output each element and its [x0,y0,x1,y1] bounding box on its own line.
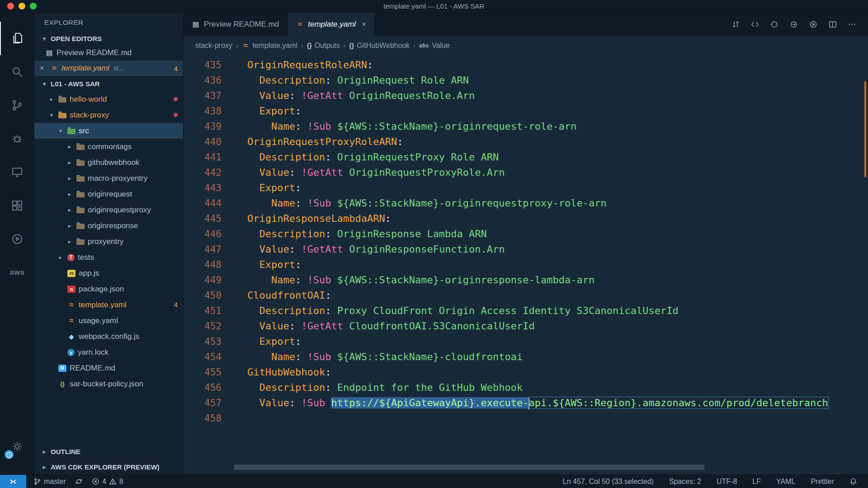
tree-item-originrequestproxy[interactable]: ▸originrequestproxy [34,202,183,218]
breadcrumb-githubwebhook[interactable]: {}GitHubWebhook [349,42,410,50]
tree-item-proxyentry[interactable]: ▸proxyentry [34,234,183,249]
more-actions-icon[interactable] [844,17,860,32]
sync-button[interactable] [73,475,85,488]
code-lines[interactable]: OriginRequestRoleARN: Description: Origi… [222,57,868,474]
clock-badge-icon[interactable] [4,449,14,460]
cursor-position[interactable]: Ln 457, Col 50 (33 selected) [561,475,656,488]
tree-item-template.yaml[interactable]: ≈template.yaml4 [34,297,183,313]
open-editors-header[interactable]: ▾ OPEN EDITORS [34,32,183,45]
breadcrumb-outputs[interactable]: {}Outputs [307,42,340,50]
problems-indicator[interactable]: 4 8 [90,475,125,488]
sam-yaml-icon: ≈ [241,42,250,49]
horizontal-scrollbar[interactable] [234,465,704,470]
code-line[interactable]: Name: !Sub ${AWS::StackName}-cloudfronto… [247,349,868,365]
git-branch-indicator[interactable]: master [32,475,68,488]
activity-source-control[interactable] [0,89,34,122]
tree-item-usage.yaml[interactable]: ≈usage.yaml [34,313,183,328]
indentation-indicator[interactable]: Spaces: 2 [667,475,703,488]
tree-item-tests[interactable]: ▸Ttests [34,249,183,265]
code-line[interactable]: Value: !GetAtt OriginRequestRole.Arn [247,88,868,103]
tree-item-webpack.config.js[interactable]: ◆webpack.config.js [34,328,183,344]
tree-item-macro-proxyentry[interactable]: ▸macro-proxyentry [34,170,183,186]
tree-item-label: stack-proxy [70,111,109,120]
maximize-window-button[interactable] [30,3,37,9]
activity-explorer[interactable] [0,22,34,55]
open-editor-template-yaml[interactable]: × ≈ template.yaml st... 4 [34,61,183,76]
open-changes-icon[interactable] [728,17,743,32]
tree-item-stack-proxy[interactable]: ▾stack-proxy [34,107,183,123]
aws-cdk-explorer-header[interactable]: ▸ AWS CDK EXPLORER (PREVIEW) [34,459,183,474]
code-line[interactable]: Value: !GetAtt CloudfrontOAI.S3Canonical… [247,319,868,334]
tree-item-sar-bucket-policy.json[interactable]: {}sar-bucket-policy.json [34,376,183,392]
tree-item-app.js[interactable]: JSapp.js [34,265,183,281]
breadcrumb-file[interactable]: ≈template.yaml [241,42,297,50]
close-window-button[interactable] [7,3,14,9]
activity-extensions[interactable] [0,189,34,222]
tree-item-README.md[interactable]: MREADME.md [34,360,183,376]
tab-preview-readme[interactable]: ▤ Preview README.md [184,13,288,36]
activity-search[interactable] [0,55,34,89]
tree-item-package.json[interactable]: npackage.json [34,281,183,297]
code-line[interactable]: Name: !Sub ${AWS::StackName}-originreque… [247,196,868,211]
tree-item-githubwebhook[interactable]: ▸githubwebhook [34,155,183,170]
code-line[interactable]: Description: OriginRequestProxy Role ARN [247,150,868,165]
source-control-icon [10,99,24,112]
tab-template-yaml[interactable]: ≈ template.yaml × [288,13,375,36]
run-circle-icon[interactable] [806,17,821,32]
code-line[interactable]: CloudfrontOAI: [247,288,868,303]
split-editor-icon[interactable] [825,17,840,32]
code-line[interactable]: Description: OriginResponse Lambda ARN [247,226,868,242]
code-token [247,397,259,408]
code-line[interactable]: GitHubWebhook: [247,365,868,380]
notifications-bell[interactable] [848,475,859,488]
code-line[interactable]: Value: !Sub https://${ApiGatewayApi}.exe… [247,395,868,411]
minimize-window-button[interactable] [19,3,25,9]
code-editor[interactable]: 4354364374384394404414424434444454464474… [184,55,868,474]
close-icon[interactable]: × [40,64,47,72]
activity-aws[interactable]: aws [0,256,34,289]
folder-icon [76,224,85,229]
outline-header[interactable]: ▸ OUTLINE [34,444,183,459]
code-line[interactable]: OriginRequestProxyRoleARN: [247,134,868,150]
breadcrumb-value[interactable]: abcValue [419,42,450,50]
remote-indicator[interactable] [0,475,26,488]
code-line[interactable]: Name: !Sub ${AWS::StackName}-originrespo… [247,272,868,288]
code-line[interactable]: Description: OriginRequest Role ARN [247,73,868,88]
language-indicator[interactable]: YAML [774,475,797,488]
code-line[interactable]: OriginRequestRoleARN: [247,57,868,73]
tree-item-hello-world[interactable]: ▸hello-world [34,91,183,107]
code-line[interactable]: Export: [247,257,868,272]
code-line[interactable]: Export: [247,334,868,349]
activity-live-share[interactable] [0,222,34,256]
tree-item-originresponse[interactable]: ▸originresponse [34,218,183,234]
eol-indicator[interactable]: LF [750,475,763,488]
code-line[interactable]: Description: Endpoint for the GitHub Web… [247,380,868,395]
activity-remote[interactable] [0,155,34,189]
project-header[interactable]: ▾ L01 - AWS SAR [34,76,183,91]
circle-arrow-icon[interactable] [786,17,802,32]
code-line[interactable]: Description: Proxy CloudFront Origin Acc… [247,303,868,319]
vertical-scrollbar[interactable] [862,55,868,474]
close-icon[interactable]: × [362,20,366,29]
code-line[interactable]: Value: !GetAtt OriginRequestProxyRole.Ar… [247,165,868,180]
activity-debug[interactable] [0,122,34,155]
tree-item-commontags[interactable]: ▸commontags [34,139,183,155]
tree-item-yarn.lock[interactable]: yyarn.lock [34,344,183,360]
code-line[interactable]: Export: [247,180,868,196]
tree-item-originrequest[interactable]: ▸originrequest [34,186,183,202]
code-line[interactable] [247,411,868,426]
breadcrumb-folder[interactable]: stack-proxy [195,42,232,50]
open-editor-preview-readme[interactable]: ▤ Preview README.md [34,45,183,61]
tree-item-src[interactable]: ▾src [34,123,183,139]
code-line[interactable]: Export: [247,103,868,119]
code-line[interactable]: OriginResponseLambdaARN: [247,211,868,226]
circle-outline-icon[interactable] [767,17,782,32]
tree-item-label: hello-world [70,95,107,104]
line-numbers: 4354364374384394404414424434444454464474… [184,57,222,474]
code-brackets-icon[interactable] [747,17,763,32]
code-line[interactable]: Name: !Sub ${AWS::StackName}-originreque… [247,119,868,134]
formatter-indicator[interactable]: Prettier [809,475,836,488]
encoding-indicator[interactable]: UTF-8 [715,475,739,488]
code-token: : [325,228,331,239]
code-line[interactable]: Value: !GetAtt OriginResponseFunction.Ar… [247,242,868,257]
